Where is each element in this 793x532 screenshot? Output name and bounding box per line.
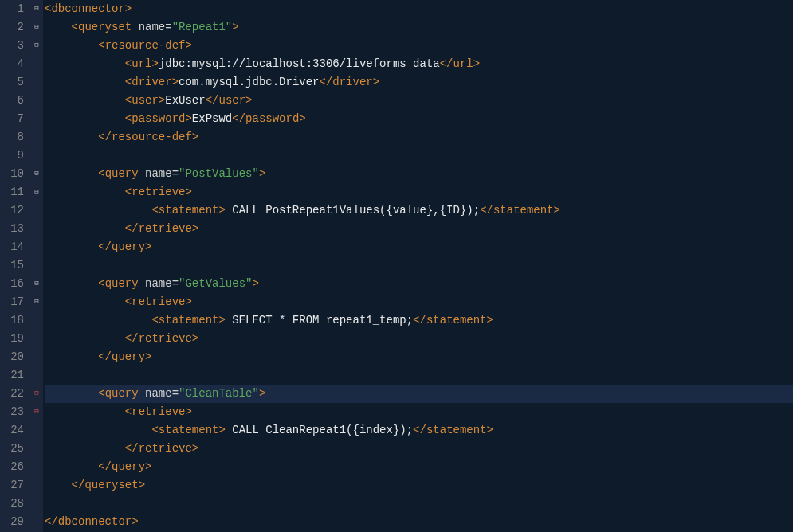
line-number[interactable]: 29 xyxy=(0,513,26,531)
line-number[interactable]: 14 xyxy=(0,238,26,256)
fold-toggle-icon[interactable]: ⊟ xyxy=(30,275,43,293)
code-line[interactable]: </queryset> xyxy=(45,476,793,495)
code-line[interactable] xyxy=(45,147,793,165)
line-number[interactable]: 25 xyxy=(0,440,26,458)
code-area[interactable]: <dbconnector> <queryset name="Repeat1"> … xyxy=(43,0,793,532)
code-line[interactable]: <password>ExPswd</password> xyxy=(45,110,793,128)
line-number[interactable]: 4 xyxy=(0,55,26,73)
line-number[interactable]: 9 xyxy=(0,147,26,165)
code-line[interactable]: </resource-def> xyxy=(45,128,793,147)
line-number[interactable]: 15 xyxy=(0,256,26,275)
code-line[interactable]: <queryset name="Repeat1"> xyxy=(45,18,793,37)
line-number[interactable]: 19 xyxy=(0,330,26,348)
fold-toggle-icon[interactable]: ⊟ xyxy=(30,0,43,18)
line-number[interactable]: 16 xyxy=(0,275,26,293)
code-line[interactable]: <query name="PostValues"> xyxy=(45,165,793,183)
code-line[interactable]: </retrieve> xyxy=(45,220,793,238)
line-number[interactable]: 21 xyxy=(0,366,26,385)
fold-spacer xyxy=(30,92,43,110)
line-number[interactable]: 17 xyxy=(0,293,26,311)
code-line[interactable]: <retrieve> xyxy=(45,183,793,201)
code-line[interactable]: <driver>com.mysql.jdbc.Driver</driver> xyxy=(45,73,793,92)
fold-toggle-icon[interactable]: ⊟ xyxy=(30,183,43,201)
line-number[interactable]: 2 xyxy=(0,18,26,37)
fold-toggle-icon[interactable]: ⊟ xyxy=(30,293,43,311)
line-number[interactable]: 3 xyxy=(0,37,26,55)
line-number[interactable]: 6 xyxy=(0,92,26,110)
code-line[interactable]: <resource-def> xyxy=(45,37,793,55)
code-line[interactable]: <statement> CALL PostRepeat1Values({valu… xyxy=(45,201,793,220)
fold-spacer xyxy=(30,128,43,147)
line-number[interactable]: 7 xyxy=(0,110,26,128)
code-line[interactable]: <url>jdbc:mysql://localhost:3306/livefor… xyxy=(45,55,793,73)
fold-spacer xyxy=(30,476,43,495)
line-number[interactable]: 18 xyxy=(0,311,26,330)
code-line[interactable]: </query> xyxy=(45,348,793,366)
line-number[interactable]: 27 xyxy=(0,476,26,495)
code-editor: 1234567891011121314151617181920212223242… xyxy=(0,0,793,532)
fold-spacer xyxy=(30,110,43,128)
code-line[interactable]: <query name="GetValues"> xyxy=(45,275,793,293)
line-number[interactable]: 8 xyxy=(0,128,26,147)
fold-spacer xyxy=(30,513,43,531)
line-number[interactable]: 10 xyxy=(0,165,26,183)
code-line[interactable]: </query> xyxy=(45,238,793,256)
fold-spacer xyxy=(30,366,43,385)
fold-toggle-icon[interactable]: ⊟ xyxy=(30,37,43,55)
line-number[interactable]: 26 xyxy=(0,458,26,476)
code-line[interactable]: </dbconnector> xyxy=(45,513,793,531)
code-line[interactable]: </query> xyxy=(45,458,793,476)
line-number[interactable]: 1 xyxy=(0,0,26,18)
code-line[interactable]: <query name="CleanTable"> xyxy=(45,385,793,403)
code-line[interactable] xyxy=(45,256,793,275)
code-line[interactable] xyxy=(45,366,793,385)
code-line[interactable]: </retrieve> xyxy=(45,330,793,348)
fold-toggle-icon[interactable]: ⊟ xyxy=(30,403,43,421)
line-number[interactable]: 22 xyxy=(0,385,26,403)
code-line[interactable] xyxy=(45,495,793,513)
line-number-gutter[interactable]: 1234567891011121314151617181920212223242… xyxy=(0,0,30,532)
fold-toggle-icon[interactable]: ⊟ xyxy=(30,165,43,183)
fold-spacer xyxy=(30,458,43,476)
fold-spacer xyxy=(30,73,43,92)
fold-spacer xyxy=(30,238,43,256)
line-number[interactable]: 13 xyxy=(0,220,26,238)
fold-spacer xyxy=(30,330,43,348)
fold-spacer xyxy=(30,440,43,458)
code-line[interactable]: <retrieve> xyxy=(45,293,793,311)
fold-spacer xyxy=(30,201,43,220)
fold-spacer xyxy=(30,256,43,275)
fold-spacer xyxy=(30,55,43,73)
line-number[interactable]: 5 xyxy=(0,73,26,92)
fold-spacer xyxy=(30,220,43,238)
fold-spacer xyxy=(30,311,43,330)
code-line[interactable]: <retrieve> xyxy=(45,403,793,421)
fold-toggle-icon[interactable]: ⊟ xyxy=(30,18,43,37)
code-line[interactable]: </retrieve> xyxy=(45,440,793,458)
fold-spacer xyxy=(30,421,43,440)
fold-spacer xyxy=(30,495,43,513)
code-line[interactable]: <statement> CALL CleanRepeat1({index});<… xyxy=(45,421,793,440)
line-number[interactable]: 28 xyxy=(0,495,26,513)
fold-column[interactable]: ⊟⊟⊟⊟⊟⊟⊟⊟⊟ xyxy=(30,0,43,532)
code-line[interactable]: <statement> SELECT * FROM repeat1_temp;<… xyxy=(45,311,793,330)
line-number[interactable]: 11 xyxy=(0,183,26,201)
code-line[interactable]: <dbconnector> xyxy=(45,0,793,18)
line-number[interactable]: 23 xyxy=(0,403,26,421)
line-number[interactable]: 12 xyxy=(0,201,26,220)
code-line[interactable]: <user>ExUser</user> xyxy=(45,92,793,110)
line-number[interactable]: 24 xyxy=(0,421,26,440)
line-number[interactable]: 20 xyxy=(0,348,26,366)
fold-toggle-icon[interactable]: ⊟ xyxy=(30,385,43,403)
fold-spacer xyxy=(30,348,43,366)
fold-spacer xyxy=(30,147,43,165)
